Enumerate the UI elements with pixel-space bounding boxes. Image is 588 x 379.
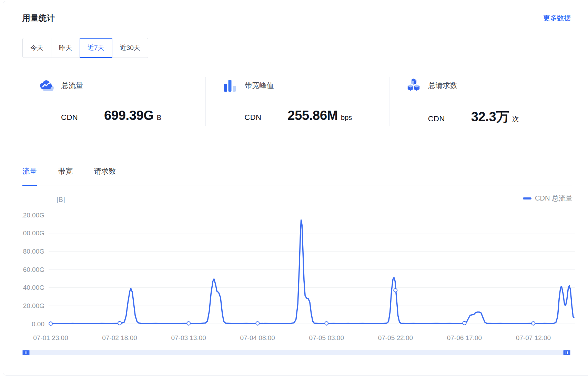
data-point-marker	[325, 322, 328, 325]
x-tick-label: 07-02 18:00	[102, 334, 137, 341]
stat-total-requests: 总请求数 CDN 32.3万 次	[389, 77, 572, 126]
chart-range-slider[interactable]	[22, 350, 570, 355]
pause-icon	[27, 351, 27, 354]
stats-summary-row: 总流量 CDN 699.39G B 带宽峰值 CDN	[22, 77, 572, 126]
stat-value-row: CDN 255.86M bps	[222, 108, 389, 123]
pause-icon	[566, 351, 566, 354]
stat-value: 699.39G	[104, 108, 154, 123]
x-tick-label: 07-05 03:00	[309, 334, 344, 341]
y-tick-label: 120.00G	[22, 212, 44, 219]
more-data-link[interactable]: 更多数据	[543, 13, 571, 23]
stat-peak-bandwidth: 带宽峰值 CDN 255.86M bps	[205, 77, 389, 126]
x-tick-label: 07-07 12:00	[516, 334, 551, 341]
card-header: 用量统计 更多数据	[22, 13, 588, 23]
y-tick-label: 0.00	[32, 320, 44, 328]
y-tick-label: 20.00G	[23, 302, 44, 309]
date-range-group: 今天 昨天 近7天 近30天	[22, 38, 588, 58]
stat-value-row: CDN 699.39G B	[39, 108, 205, 123]
cloud-traffic-icon	[39, 79, 54, 92]
data-point-marker	[531, 322, 535, 325]
tab-traffic[interactable]: 流量	[22, 166, 37, 186]
bandwidth-bars-icon	[222, 77, 238, 94]
traffic-line-series	[51, 220, 574, 324]
x-tick-label: 07-03 13:00	[171, 334, 206, 341]
slider-right-handle[interactable]	[563, 350, 570, 355]
stat-label: 总请求数	[428, 81, 457, 90]
pause-icon	[567, 351, 568, 354]
stat-label: 总流量	[61, 81, 83, 90]
stat-product: CDN	[244, 113, 287, 122]
stat-value: 32.3万	[471, 108, 509, 126]
stat-unit: B	[157, 114, 161, 122]
stat-product: CDN	[61, 113, 104, 122]
stat-unit: bps	[341, 114, 352, 122]
data-point-marker	[118, 321, 121, 325]
pause-icon	[25, 351, 26, 354]
request-cubes-icon	[406, 78, 422, 93]
data-point-marker	[49, 322, 52, 325]
stat-product: CDN	[428, 114, 471, 123]
range-30days-button[interactable]: 近30天	[112, 38, 148, 58]
stat-label: 带宽峰值	[245, 81, 274, 90]
traffic-chart-svg: 0.0020.00G40.00G60.00G80.00G100.00G120.0…	[22, 185, 588, 347]
usage-stats-card: 用量统计 更多数据 今天 昨天 近7天 近30天	[3, 1, 588, 376]
metric-tabs: 流量 带宽 请求数	[22, 166, 572, 185]
data-point-marker	[187, 322, 190, 325]
range-7days-button[interactable]: 近7天	[80, 38, 112, 58]
x-tick-label: 07-06 17:00	[447, 334, 482, 341]
y-tick-label: 60.00G	[23, 266, 44, 273]
stat-value-row: CDN 32.3万 次	[406, 108, 572, 126]
data-point-marker	[394, 289, 397, 292]
slider-left-handle[interactable]	[22, 350, 30, 355]
page-title: 用量统计	[22, 13, 55, 23]
range-today-button[interactable]: 今天	[22, 38, 51, 58]
y-tick-label: 100.00G	[22, 229, 44, 237]
data-point-marker	[463, 321, 466, 325]
x-tick-label: 07-04 08:00	[240, 334, 275, 341]
y-tick-label: 80.00G	[23, 248, 44, 255]
stat-total-traffic: 总流量 CDN 699.39G B	[22, 77, 205, 126]
data-point-marker	[256, 322, 259, 325]
tab-requests[interactable]: 请求数	[94, 166, 116, 185]
x-tick-label: 07-01 23:00	[33, 334, 68, 341]
tab-bandwidth[interactable]: 带宽	[58, 166, 73, 185]
stat-value: 255.86M	[287, 108, 338, 123]
range-yesterday-button[interactable]: 昨天	[51, 38, 80, 58]
stat-unit: 次	[512, 114, 519, 124]
x-tick-label: 07-05 22:00	[378, 334, 413, 341]
traffic-chart: CDN 总流量 [B] 0.0020.00G40.00G60.00G80.00G…	[22, 185, 588, 347]
y-tick-label: 40.00G	[23, 284, 44, 291]
